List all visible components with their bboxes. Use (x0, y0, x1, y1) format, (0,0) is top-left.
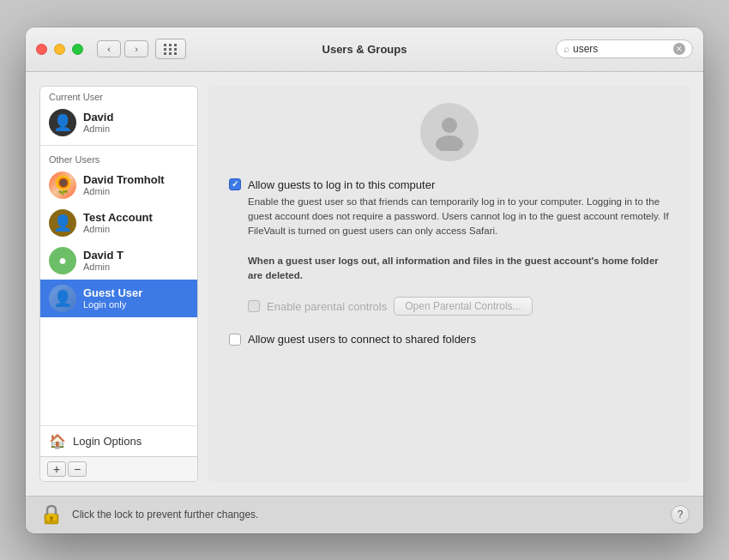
user-name-4: Guest User (83, 286, 189, 299)
user-name-1: David Tromholt (83, 173, 189, 186)
user-avatar-icon: 👤 (53, 113, 72, 132)
user-avatar-green: ● (49, 247, 76, 274)
user-avatar-flower: 🌻 (49, 172, 76, 199)
list-item[interactable]: 🌻 David Tromholt Admin (40, 166, 197, 204)
separator-1 (40, 145, 197, 146)
user-role-4: Login only (83, 299, 189, 310)
login-options-button[interactable]: 🏠 Login Options (40, 425, 197, 456)
parental-controls-label: Enable parental controls (267, 300, 387, 313)
sidebar: Current User 👤 David Admin Other Users (39, 86, 198, 482)
forward-button[interactable]: › (124, 40, 148, 57)
grid-view-button[interactable] (155, 39, 186, 59)
user-info-4: Guest User Login only (83, 286, 189, 310)
open-parental-controls-button[interactable]: Open Parental Controls... (394, 297, 532, 316)
help-button[interactable]: ? (671, 505, 690, 524)
user-role-1: Admin (83, 186, 189, 196)
parental-controls-checkbox[interactable] (248, 300, 260, 312)
user-avatar-test: 👤 (49, 209, 76, 237)
list-item[interactable]: 👤 Test Account Admin (40, 204, 197, 242)
user-avatar-icon-guest: 👤 (53, 289, 72, 308)
user-role-2: Admin (83, 224, 189, 234)
main-panel: Allow guests to log in to this computer … (208, 86, 690, 482)
current-user-label: Current User (40, 87, 197, 104)
shared-folders-row: Allow guest users to connect to shared f… (229, 333, 476, 346)
user-name-3: David T (83, 249, 189, 262)
allow-guests-label: Allow guests to log in to this computer (248, 178, 669, 191)
main-window: ‹ › Users & Groups ⌕ users ✕ Current Use… (26, 27, 703, 533)
search-field[interactable]: ⌕ users ✕ (556, 39, 693, 58)
shared-folders-checkbox[interactable] (229, 334, 241, 346)
user-list: Current User 👤 David Admin Other Users (40, 87, 197, 425)
minimize-button[interactable] (54, 44, 65, 55)
sidebar-bottom-bar: + − (40, 456, 197, 481)
list-item[interactable]: 👤 Guest User Login only (40, 280, 197, 317)
user-info-3: David T Admin (83, 249, 189, 272)
current-user-avatar: 👤 (49, 109, 76, 136)
bottom-bar: Click the lock to prevent further change… (26, 496, 703, 533)
current-user-role: Admin (83, 123, 189, 134)
window-title: Users & Groups (322, 43, 407, 56)
login-options-label: Login Options (73, 435, 142, 448)
house-icon: 🏠 (49, 433, 66, 449)
search-clear-button[interactable]: ✕ (673, 43, 685, 55)
list-item[interactable]: ● David T Admin (40, 242, 197, 280)
svg-rect-5 (51, 518, 52, 521)
user-info-2: Test Account Admin (83, 211, 189, 234)
titlebar: ‹ › Users & Groups ⌕ users ✕ (26, 27, 703, 72)
allow-guests-option: Allow guests to log in to this computer … (229, 178, 669, 284)
search-value[interactable]: users (573, 43, 670, 55)
lock-icon[interactable] (39, 503, 63, 527)
grid-icon (164, 44, 178, 55)
user-avatar-icon-test: 👤 (53, 214, 72, 232)
parental-controls-row: Enable parental controls Open Parental C… (248, 297, 533, 316)
user-avatar-guest: 👤 (49, 285, 76, 312)
svg-point-1 (436, 135, 463, 151)
remove-user-button[interactable]: − (68, 461, 87, 477)
back-button[interactable]: ‹ (97, 40, 121, 57)
traffic-lights (36, 44, 83, 55)
current-user-name: David (83, 111, 189, 123)
lock-svg (41, 503, 62, 526)
allow-guests-description: Enable the guest user so that friends ca… (248, 195, 669, 284)
current-user-info: David Admin (83, 111, 189, 134)
close-button[interactable] (36, 44, 47, 55)
user-role-3: Admin (83, 262, 189, 272)
search-icon: ⌕ (563, 43, 569, 55)
user-name-2: Test Account (83, 211, 189, 224)
svg-point-0 (442, 117, 457, 133)
maximize-button[interactable] (72, 44, 83, 55)
allow-guests-text-block: Allow guests to log in to this computer … (248, 178, 669, 284)
lock-text: Click the lock to prevent further change… (72, 509, 662, 521)
add-user-button[interactable]: + (47, 461, 66, 477)
other-users-label: Other Users (40, 149, 197, 166)
nav-buttons: ‹ › (97, 40, 148, 57)
allow-guests-checkbox[interactable] (229, 178, 241, 190)
person-silhouette-icon (431, 113, 468, 151)
shared-folders-label: Allow guest users to connect to shared f… (248, 333, 476, 346)
current-user-item[interactable]: 👤 David Admin (40, 104, 197, 142)
guest-user-avatar-large (420, 103, 479, 161)
user-info-1: David Tromholt Admin (83, 173, 189, 196)
content-area: Current User 👤 David Admin Other Users (26, 72, 703, 496)
